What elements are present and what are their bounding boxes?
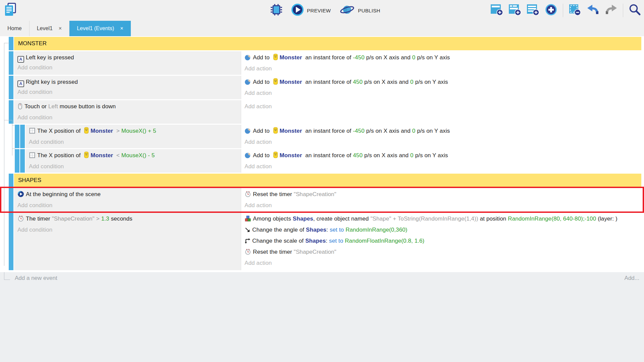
- tree-line: [4, 43, 9, 43]
- monster-object-icon: [273, 127, 278, 137]
- mouse-icon: [17, 103, 23, 113]
- timer-icon: [245, 248, 251, 258]
- tab-label: Level1 (Events): [77, 25, 114, 32]
- scene-begin-play-icon: [17, 191, 24, 200]
- force-icon: [245, 54, 251, 64]
- add-condition-link[interactable]: Add condition: [17, 200, 238, 210]
- group-title[interactable]: SHAPES: [14, 174, 641, 187]
- add-action-link[interactable]: Add action: [245, 137, 639, 147]
- event-selection-strip[interactable]: [9, 37, 13, 50]
- preview-label: PREVIEW: [307, 8, 331, 13]
- group-title[interactable]: MONSTER: [14, 37, 641, 50]
- add-event-icon[interactable]: [490, 4, 503, 17]
- add-action-link[interactable]: Add action: [245, 88, 639, 98]
- force-icon: [245, 127, 251, 137]
- conditions-cell[interactable]: The X position of Monster <MouseX() - 5 …: [25, 149, 241, 173]
- close-icon[interactable]: ×: [59, 25, 62, 32]
- event-selection-strip[interactable]: [9, 51, 13, 75]
- add-subevent-icon[interactable]: [508, 4, 521, 17]
- event-row-scene-begin: At the beginning of the scene Add condit…: [0, 188, 641, 212]
- tab-level1[interactable]: Level1 ×: [30, 21, 70, 36]
- add-condition-link[interactable]: Add condition: [17, 113, 238, 122]
- scale-icon: [245, 237, 251, 247]
- event-row-touch: Touch orLeftmouse button is down Add con…: [0, 100, 641, 124]
- condition-text: Right key is pressed: [26, 79, 78, 85]
- main-toolbar: PREVIEW PUBLISH: [0, 0, 644, 21]
- preview-play-icon: [291, 3, 304, 17]
- add-condition-link[interactable]: Add condition: [17, 63, 238, 72]
- debugger-icon: [270, 3, 282, 17]
- actions-cell[interactable]: Add to Monster an instant force of-450p/…: [241, 125, 641, 148]
- preview-button[interactable]: PREVIEW: [291, 3, 331, 17]
- undo-icon[interactable]: [587, 4, 599, 17]
- debugger-button[interactable]: [270, 3, 282, 17]
- conditions-cell[interactable]: ARight key is pressed Add condition: [14, 76, 241, 99]
- redo-icon[interactable]: [605, 4, 618, 17]
- condition-text: At the beginning of the scene: [26, 191, 101, 197]
- monster-object-icon: [273, 78, 278, 88]
- add-action-link[interactable]: Add action: [245, 102, 639, 111]
- event-row-left-key: ALeft key is pressed Add condition Add t…: [0, 51, 641, 75]
- add-action-link[interactable]: Add action: [245, 258, 639, 268]
- force-icon: [245, 78, 251, 88]
- event-selection-strip[interactable]: [9, 188, 13, 212]
- actions-cell[interactable]: Reset the timer"ShapeCreation" Add actio…: [241, 188, 641, 212]
- publish-button[interactable]: PUBLISH: [339, 3, 380, 18]
- actions-cell[interactable]: Among objectsShapes, create object named…: [241, 213, 641, 270]
- conditions-cell[interactable]: The X position of Monster >MouseX() + 5 …: [25, 125, 241, 148]
- toolbar-separator: [623, 4, 623, 17]
- event-selection-strip[interactable]: [20, 125, 25, 148]
- conditions-cell[interactable]: At the beginning of the scene Add condit…: [14, 188, 241, 212]
- create-object-icon: [245, 215, 251, 225]
- tab-label: Home: [7, 25, 22, 32]
- keyboard-icon: A: [17, 56, 24, 63]
- event-selection-strip[interactable]: [9, 76, 13, 99]
- actions-cell[interactable]: Add to Monster an instant force of-450p/…: [241, 51, 641, 75]
- condition-text: Left key is pressed: [26, 54, 74, 61]
- actions-cell[interactable]: Add action: [241, 100, 641, 124]
- tab-home[interactable]: Home: [0, 21, 30, 36]
- conditions-cell[interactable]: Touch orLeftmouse button is down Add con…: [14, 100, 241, 124]
- add-condition-link[interactable]: Add condition: [29, 162, 238, 171]
- add-other-icon[interactable]: [545, 3, 557, 17]
- add-action-link[interactable]: Add action: [245, 200, 639, 210]
- conditions-cell[interactable]: ALeft key is pressed Add condition: [14, 51, 241, 75]
- tab-label: Level1: [37, 25, 53, 32]
- tree-line: [4, 120, 12, 120]
- search-icon[interactable]: [629, 4, 641, 17]
- subevent-row-x-less: The X position of Monster <MouseX() - 5 …: [0, 149, 641, 173]
- event-selection-strip[interactable]: [20, 149, 25, 173]
- add-action-link[interactable]: Add action: [245, 64, 639, 73]
- add-condition-link[interactable]: Add condition: [17, 225, 238, 235]
- conditions-cell[interactable]: The timer"ShapeCreation">1.3seconds Add …: [14, 213, 241, 270]
- event-selection-strip[interactable]: [9, 213, 13, 270]
- actions-cell[interactable]: Add to Monster an instant force of450p/s…: [241, 149, 641, 173]
- add-comment-icon[interactable]: [527, 4, 539, 17]
- delete-selection-icon[interactable]: [569, 4, 581, 17]
- position-icon: [29, 127, 36, 137]
- event-row-right-key: ARight key is pressed Add condition Add …: [0, 76, 641, 99]
- force-icon: [245, 152, 251, 162]
- publish-label: PUBLISH: [358, 8, 380, 13]
- sheet-footer: Add a new event Add...: [0, 272, 644, 296]
- close-icon[interactable]: ×: [120, 25, 123, 32]
- angle-icon: [245, 226, 251, 236]
- tree-line: [4, 280, 10, 280]
- tree-line: [12, 125, 15, 126]
- add-action-link[interactable]: Add action: [245, 162, 639, 171]
- monster-object-icon: [273, 54, 278, 63]
- add-new-event-link[interactable]: Add a new event: [15, 275, 57, 282]
- add-condition-link[interactable]: Add condition: [17, 87, 238, 97]
- monster-object-icon: [273, 152, 278, 161]
- tab-level1-events[interactable]: Level1 (Events) ×: [69, 21, 131, 36]
- position-icon: [29, 152, 36, 162]
- event-selection-strip[interactable]: [9, 174, 13, 187]
- event-selection-strip[interactable]: [15, 125, 19, 148]
- event-selection-strip[interactable]: [15, 149, 19, 173]
- actions-cell[interactable]: Add to Monster an instant force of450p/s…: [241, 76, 641, 99]
- add-more-link[interactable]: Add...: [625, 275, 639, 282]
- add-condition-link[interactable]: Add condition: [29, 137, 238, 147]
- subevent-row-x-greater: The X position of Monster >MouseX() + 5 …: [0, 125, 641, 148]
- app-menu-icon[interactable]: [4, 3, 17, 18]
- monster-object-icon: [84, 152, 89, 161]
